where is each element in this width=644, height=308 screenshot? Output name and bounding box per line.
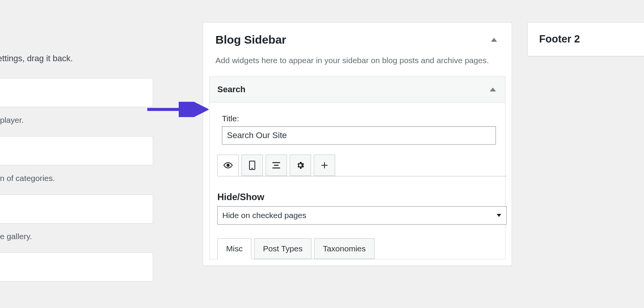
widget-body: Title: Hide/Show [210,103,505,259]
device-tab[interactable] [241,155,263,176]
alignment-tab[interactable] [266,155,287,176]
footer-2-title: Footer 2 [539,33,644,45]
sidebar-description: Add widgets here to appear in your sideb… [215,54,497,67]
chevron-down-icon [497,214,501,217]
available-widgets-description: d delete its settings, drag it back. [0,54,153,64]
available-widget-item[interactable] [0,78,153,107]
widget-name: Search [217,85,245,95]
hideshow-select[interactable]: Hide on checked pages [217,206,507,225]
align-icon [272,162,280,169]
condition-tabs: Misc Post Types Taxonomies [217,238,505,259]
hideshow-selected: Hide on checked pages [217,206,507,225]
available-widgets-column: d delete its settings, drag it back. pla… [0,0,153,290]
available-widget-item[interactable] [0,194,153,223]
available-widget-item[interactable] [0,253,153,282]
chevron-up-icon[interactable] [491,38,497,42]
hideshow-heading: Hide/Show [217,192,505,202]
footer-2-panel[interactable]: Footer 2 [527,22,644,56]
search-widget: Search Title: [209,77,505,259]
available-widget-desc: player. [0,116,153,125]
title-label: Title: [222,114,505,123]
tab-taxonomies[interactable]: Taxonomies [314,238,375,259]
settings-tab[interactable] [290,155,311,176]
sidebar-title: Blog Sidebar [215,33,286,46]
sidebar-header[interactable]: Blog Sidebar Add widgets here to appear … [203,23,512,77]
plus-icon [321,162,328,169]
svg-point-0 [227,164,229,166]
device-icon [249,160,256,170]
add-tab[interactable] [314,155,335,176]
tab-post-types[interactable]: Post Types [254,238,311,259]
tab-misc[interactable]: Misc [217,238,251,259]
icon-tabs-row [217,155,507,176]
blog-sidebar-panel: Blog Sidebar Add widgets here to appear … [203,22,512,266]
widget-title-input[interactable] [222,126,496,145]
gear-icon [296,161,305,170]
visibility-tab[interactable] [217,155,239,176]
available-widget-desc: n of categories. [0,174,153,183]
eye-icon [223,161,233,170]
available-widget-item[interactable] [0,136,153,165]
chevron-up-icon[interactable] [490,88,496,91]
widget-header[interactable]: Search [210,77,505,103]
available-widget-desc: e gallery. [0,232,153,241]
annotation-arrow [147,102,209,117]
